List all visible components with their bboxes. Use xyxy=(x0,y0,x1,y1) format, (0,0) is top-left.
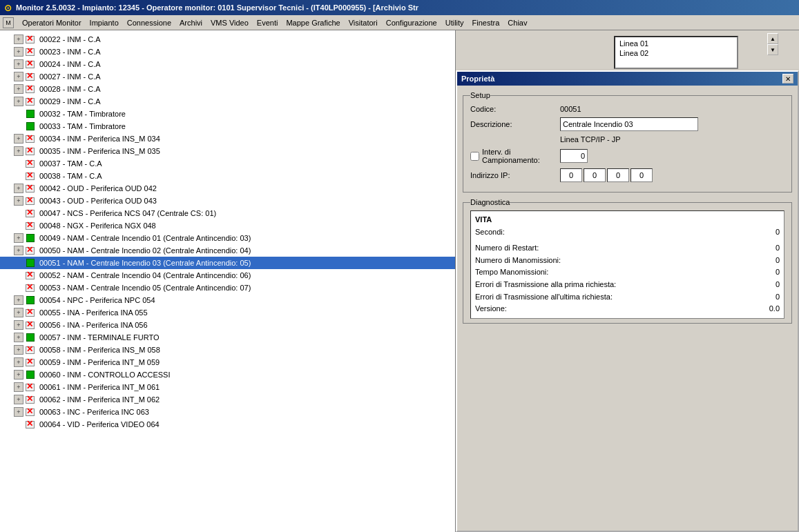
tree-item-item-00050[interactable]: +✕00050 - NAM - Centrale Incendio 02 (Ce… xyxy=(0,244,455,257)
tree-item-item-00057[interactable]: +00057 - INM - TERMINALE FURTO xyxy=(0,331,455,344)
tree-item-item-00063[interactable]: +✕00063 - INC - Periferica INC 063 xyxy=(0,406,455,418)
interv-checkbox[interactable] xyxy=(470,152,479,161)
tree-expand-icon[interactable]: + xyxy=(14,196,23,206)
tree-item-item-00023[interactable]: +✕00023 - INM - C.A xyxy=(0,46,455,58)
tree-item-item-00028[interactable]: +✕00028 - INM - C.A xyxy=(0,83,455,95)
tree-item-label: 00022 - INM - C.A xyxy=(38,35,101,43)
tree-item-item-00052[interactable]: ✕00052 - NAM - Centrale Incendio 04 (Cen… xyxy=(0,269,455,282)
ip-field-3[interactable] xyxy=(607,168,629,182)
lines-scroll-down[interactable]: ▼ xyxy=(767,44,778,55)
tree-item-item-00058[interactable]: +✕00058 - INM - Periferica INS_M 058 xyxy=(0,344,455,356)
menu-item-finestra[interactable]: Finestra xyxy=(468,17,504,28)
tree-item-item-00024[interactable]: +✕00024 - INM - C.A xyxy=(0,58,455,70)
tree-expand-icon[interactable]: + xyxy=(14,395,23,404)
tree-item-item-00060[interactable]: +00060 - INM - CONTROLLO ACCESSI xyxy=(0,368,455,381)
tree-item-item-00064[interactable]: ✕00064 - VID - Periferica VIDEO 064 xyxy=(0,418,455,431)
menu-item-impianto[interactable]: Impianto xyxy=(86,17,123,28)
tree-item-item-00061[interactable]: +✕00061 - INM - Periferica INT_M 061 xyxy=(0,381,455,393)
tree-item-item-00048[interactable]: ✕00048 - NGX - Periferica NGX 048 xyxy=(0,219,455,232)
menu-item-utility[interactable]: Utility xyxy=(441,17,468,28)
tree-expand-icon[interactable]: + xyxy=(14,333,23,342)
tree-expand-icon[interactable]: + xyxy=(14,35,23,44)
tree-item-label: 00034 - INM - Periferica INS_M 034 xyxy=(38,135,160,143)
tree-item-item-00032[interactable]: 00032 - TAM - Timbratore xyxy=(0,108,455,120)
title-text: Monitor 2.5.0032 - Impianto: 12345 - Ope… xyxy=(16,3,418,12)
tree-item-item-00053[interactable]: ✕00053 - NAM - Centrale Incendio 05 (Cen… xyxy=(0,282,455,294)
title-bar: ⊙ Monitor 2.5.0032 - Impianto: 12345 - O… xyxy=(0,0,799,15)
tree-expand-icon[interactable]: + xyxy=(14,134,23,144)
ip-field-2[interactable] xyxy=(584,168,606,182)
tree-item-item-00038[interactable]: ✕00038 - TAM - C.A xyxy=(0,170,455,182)
interv-checkbox-label[interactable]: Interv. di Campionamento: xyxy=(470,148,560,164)
tree-item-item-00059[interactable]: +✕00059 - INM - Periferica INT_M 059 xyxy=(0,356,455,368)
descrizione-input[interactable] xyxy=(560,117,698,131)
tree-panel[interactable]: +✕00022 - INM - C.A+✕00023 - INM - C.A+✕… xyxy=(0,30,456,532)
menu-item-operatori[interactable]: Operatori Monitor xyxy=(18,17,86,28)
tree-expand-icon[interactable]: + xyxy=(14,84,23,94)
ip-field-4[interactable] xyxy=(630,168,653,182)
tree-item-item-00033[interactable]: 00033 - TAM - Timbratore xyxy=(0,120,455,132)
tree-expand-icon[interactable]: + xyxy=(14,146,23,156)
menu-app-icon[interactable]: M xyxy=(3,17,14,28)
tree-expand-icon[interactable]: + xyxy=(14,320,23,330)
tree-item-item-00029[interactable]: +✕00029 - INM - C.A xyxy=(0,95,455,108)
menu-item-visitatori[interactable]: Visitatori xyxy=(345,17,382,28)
tree-expand-icon[interactable]: + xyxy=(14,382,23,392)
menu-item-vms[interactable]: VMS Video xyxy=(206,17,253,28)
tree-item-icon: ✕ xyxy=(25,320,36,330)
tree-expand-icon[interactable]: + xyxy=(14,345,23,355)
menu-item-eventi[interactable]: Eventi xyxy=(253,17,282,28)
tree-expand-icon[interactable]: + xyxy=(14,72,23,81)
tree-item-item-00037[interactable]: ✕00037 - TAM - C.A xyxy=(0,157,455,170)
dialog-close-button[interactable]: ✕ xyxy=(782,74,793,83)
ip-field-1[interactable] xyxy=(560,168,582,182)
tree-item-item-00054[interactable]: +00054 - NPC - Periferica NPC 054 xyxy=(0,294,455,306)
tree-expand-icon[interactable]: + xyxy=(14,184,23,193)
interv-input[interactable] xyxy=(560,149,588,163)
tree-item-icon: ✕ xyxy=(25,407,36,417)
tree-item-item-00034[interactable]: +✕00034 - INM - Periferica INS_M 034 xyxy=(0,132,455,145)
tree-item-label: 00047 - NCS - Periferica NCS 047 (Centra… xyxy=(38,209,216,217)
diag-tempo-label: Tempo Manomissioni: xyxy=(475,266,548,279)
tree-item-item-00049[interactable]: +00049 - NAM - Centrale Incendio 01 (Cen… xyxy=(0,232,455,244)
tree-expand-icon[interactable]: + xyxy=(14,407,23,417)
menu-item-archivi[interactable]: Archivi xyxy=(175,17,206,28)
tree-item-item-00035[interactable]: +✕00035 - INM - Periferica INS_M 035 xyxy=(0,145,455,157)
tree-expand-icon[interactable]: + xyxy=(14,97,23,106)
diag-secondi-value: 0 xyxy=(776,226,780,239)
linea-row: Linea TCP/IP - JP xyxy=(470,135,784,144)
tree-expand-icon[interactable]: + xyxy=(14,370,23,380)
diag-manomissioni-value: 0 xyxy=(776,255,780,267)
line-item-1[interactable]: Linea 01 xyxy=(618,39,734,48)
tree-item-item-00042[interactable]: +✕00042 - OUD - Periferica OUD 042 xyxy=(0,182,455,195)
tree-item-item-00027[interactable]: +✕00027 - INM - C.A xyxy=(0,70,455,83)
tree-expand-icon[interactable]: + xyxy=(14,246,23,255)
tree-expand-icon[interactable]: + xyxy=(14,357,23,367)
diag-errori1-row: Errori di Trasmissione alla prima richie… xyxy=(475,279,780,291)
menu-item-mappe[interactable]: Mappe Grafiche xyxy=(282,17,344,28)
lines-scroll-up[interactable]: ▲ xyxy=(767,33,778,44)
tree-expand-icon[interactable]: + xyxy=(14,295,23,305)
menu-item-connessione[interactable]: Connessione xyxy=(123,17,175,28)
menu-item-configurazione[interactable]: Configurazione xyxy=(382,17,441,28)
tree-item-label: 00027 - INM - C.A xyxy=(38,72,101,81)
tree-item-item-00056[interactable]: +✕00056 - INA - Periferica INA 056 xyxy=(0,319,455,331)
tree-item-item-00043[interactable]: +✕00043 - OUD - Periferica OUD 043 xyxy=(0,195,455,207)
tree-item-item-00022[interactable]: +✕00022 - INM - C.A xyxy=(0,33,455,46)
tree-expand-icon[interactable]: + xyxy=(14,59,23,69)
tree-item-item-00047[interactable]: ✕00047 - NCS - Periferica NCS 047 (Centr… xyxy=(0,207,455,219)
tree-expand-icon[interactable]: + xyxy=(14,308,23,317)
menu-item-chiav[interactable]: Chiav xyxy=(503,17,531,28)
tree-expand-icon[interactable]: + xyxy=(14,47,23,57)
lines-box: Linea 01 Linea 02 xyxy=(614,36,738,69)
tree-expand-icon xyxy=(14,270,23,280)
tree-item-icon: ✕ xyxy=(25,283,36,293)
tree-item-item-00051[interactable]: 00051 - NAM - Centrale Incendio 03 (Cent… xyxy=(0,257,455,269)
tree-item-icon: ✕ xyxy=(25,35,36,44)
tree-expand-icon xyxy=(14,208,23,218)
codice-value: 00051 xyxy=(560,105,581,113)
tree-expand-icon[interactable]: + xyxy=(14,233,23,243)
tree-item-item-00062[interactable]: +✕00062 - INM - Periferica INT_M 062 xyxy=(0,393,455,406)
line-item-2[interactable]: Linea 02 xyxy=(618,48,734,58)
tree-item-item-00055[interactable]: +✕00055 - INA - Periferica INA 055 xyxy=(0,306,455,319)
